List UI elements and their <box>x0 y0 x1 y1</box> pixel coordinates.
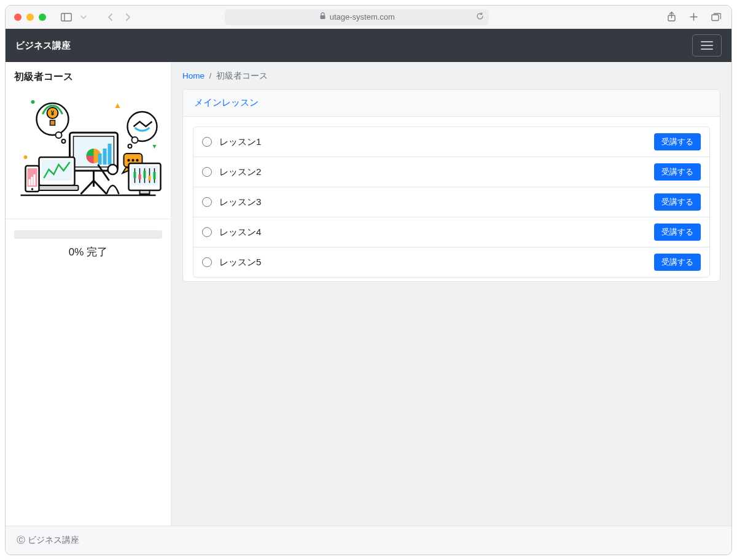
lesson-status-circle-icon <box>202 227 212 237</box>
svg-point-29 <box>108 165 118 174</box>
brand-title[interactable]: ビジネス講座 <box>15 40 71 52</box>
svg-rect-15 <box>50 120 55 125</box>
lesson-title[interactable]: レッスン4 <box>219 227 261 238</box>
lesson-row-left: レッスン4 <box>202 227 261 238</box>
lesson-row: レッスン3受講する <box>193 187 709 217</box>
svg-rect-25 <box>108 144 112 165</box>
forward-button[interactable] <box>121 10 135 24</box>
breadcrumb-separator: / <box>207 71 216 80</box>
svg-rect-47 <box>134 172 136 178</box>
svg-point-33 <box>131 159 134 161</box>
minimize-window-button[interactable] <box>26 14 34 21</box>
svg-rect-24 <box>103 149 107 165</box>
sidebar: 初級者コース <box>6 62 171 526</box>
close-window-button[interactable] <box>14 14 21 21</box>
lesson-row-left: レッスン2 <box>202 166 261 178</box>
svg-rect-2 <box>320 15 325 19</box>
main-panel: Home / 初級者コース メインレッスン レッスン1受講するレッスン2受講する… <box>171 62 731 526</box>
lesson-title[interactable]: レッスン1 <box>219 136 261 148</box>
take-lesson-button[interactable]: 受講する <box>654 224 701 241</box>
svg-point-17 <box>62 139 66 143</box>
back-button[interactable] <box>104 10 117 24</box>
content-area: 初級者コース <box>6 62 731 526</box>
address-text: utage-system.com <box>330 12 395 21</box>
menu-toggle-button[interactable] <box>692 34 722 56</box>
svg-point-18 <box>128 112 157 141</box>
svg-point-16 <box>56 132 62 138</box>
svg-rect-42 <box>34 174 36 185</box>
take-lesson-button[interactable]: 受講する <box>654 254 701 271</box>
lesson-row-left: レッスン5 <box>202 257 261 268</box>
address-bar[interactable]: utage-system.com <box>225 9 489 25</box>
course-hero-image: ¥ <box>14 90 162 212</box>
svg-point-32 <box>127 159 130 161</box>
take-lesson-button[interactable]: 受講する <box>654 193 701 211</box>
svg-rect-37 <box>36 185 79 190</box>
lock-icon <box>319 12 326 21</box>
lesson-row: レッスン2受講する <box>193 157 709 187</box>
lesson-status-circle-icon <box>202 257 212 267</box>
svg-rect-55 <box>154 172 156 179</box>
progress-section: 0% 完了 <box>6 219 171 259</box>
share-icon[interactable] <box>665 10 679 24</box>
progress-bar <box>14 230 162 239</box>
lesson-list: レッスン1受講するレッスン2受講するレッスン3受講するレッスン4受講するレッスン… <box>193 126 710 278</box>
lesson-status-circle-icon <box>202 137 212 147</box>
lesson-status-circle-icon <box>202 197 212 207</box>
hamburger-icon <box>700 41 714 50</box>
svg-rect-23 <box>98 154 102 165</box>
progress-text: 0% 完了 <box>14 245 162 259</box>
lesson-row: レッスン1受講する <box>193 127 709 157</box>
svg-point-43 <box>31 188 34 190</box>
lesson-title[interactable]: レッスン5 <box>219 257 261 268</box>
svg-point-9 <box>31 100 35 104</box>
card-header: メインレッスン <box>183 90 720 117</box>
svg-point-19 <box>132 137 138 143</box>
svg-rect-51 <box>144 171 146 178</box>
svg-rect-4 <box>712 15 719 21</box>
breadcrumb-home-link[interactable]: Home <box>182 71 205 80</box>
svg-rect-0 <box>61 13 72 21</box>
lesson-card: メインレッスン レッスン1受講するレッスン2受講するレッスン3受講するレッスン4… <box>182 89 720 282</box>
lesson-row: レッスン4受講する <box>193 217 709 247</box>
lesson-title[interactable]: レッスン3 <box>219 196 261 208</box>
sidebar-toggle-icon[interactable] <box>60 10 73 24</box>
app-navbar: ビジネス講座 <box>6 29 731 62</box>
breadcrumb-current: 初級者コース <box>216 71 268 80</box>
take-lesson-button[interactable]: 受講する <box>654 133 701 150</box>
svg-rect-40 <box>29 179 31 185</box>
lesson-row-left: レッスン3 <box>202 196 261 208</box>
svg-rect-56 <box>140 190 150 194</box>
chevron-down-icon[interactable] <box>77 10 90 24</box>
svg-point-20 <box>128 144 132 148</box>
maximize-window-button[interactable] <box>39 14 46 21</box>
breadcrumb: Home / 初級者コース <box>182 71 720 82</box>
lesson-title[interactable]: レッスン2 <box>219 166 261 178</box>
lesson-row: レッスン5受講する <box>193 247 709 277</box>
tabs-overview-icon[interactable] <box>709 10 723 24</box>
refresh-icon[interactable] <box>476 12 484 22</box>
course-title: 初級者コース <box>14 71 162 84</box>
svg-point-11 <box>24 155 28 159</box>
svg-point-34 <box>136 159 138 161</box>
svg-rect-53 <box>149 176 151 181</box>
lesson-row-left: レッスン1 <box>202 136 261 148</box>
new-tab-icon[interactable] <box>687 10 701 24</box>
browser-toolbar: utage-system.com <box>6 6 731 29</box>
window-controls <box>14 14 46 21</box>
lesson-status-circle-icon <box>202 167 212 177</box>
footer-text: ビジネス講座 <box>28 535 79 545</box>
svg-rect-36 <box>42 160 72 181</box>
copyright-icon: Ⓒ <box>17 535 28 545</box>
svg-rect-49 <box>139 174 141 179</box>
take-lesson-button[interactable]: 受講する <box>654 163 701 181</box>
footer: Ⓒ ビジネス講座 <box>6 526 731 554</box>
svg-text:¥: ¥ <box>51 110 55 117</box>
svg-rect-41 <box>31 177 33 185</box>
